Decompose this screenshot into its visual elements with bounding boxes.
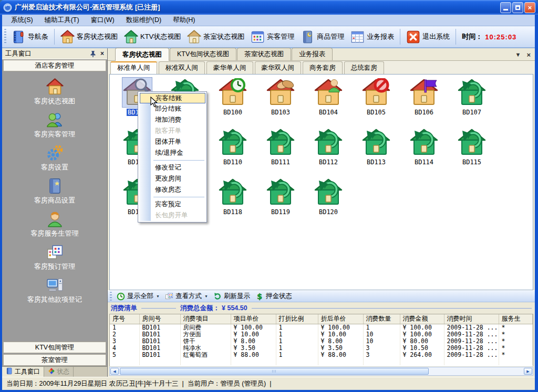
column-header-0[interactable]: 序号 bbox=[110, 314, 139, 324]
action-bar-grip[interactable] bbox=[110, 292, 112, 301]
sidebar-item-6[interactable]: 客房其他款项登记 bbox=[2, 277, 107, 310]
sidebar-section-tea[interactable]: 茶室管理 bbox=[3, 354, 106, 366]
room-BD120[interactable]: BD120 bbox=[306, 177, 350, 216]
toolbar-button-7[interactable]: 退出系统 bbox=[403, 29, 453, 45]
room-BD114[interactable]: BD114 bbox=[402, 128, 446, 166]
column-header-4[interactable]: 打折比例 bbox=[276, 314, 318, 324]
room-BD112[interactable]: BD112 bbox=[306, 128, 350, 166]
sidebar-item-3[interactable]: 客房商品设置 bbox=[2, 177, 107, 210]
column-header-5[interactable]: 折后单价 bbox=[318, 314, 363, 324]
sidebar-section-ktv[interactable]: KTV包间管理 bbox=[3, 342, 106, 353]
toolbar-buttons: 导航条客房状态视图KTV状态视图茶室状态视图宾客管理商品管理业务报表退出系统 bbox=[8, 26, 459, 47]
maximize-button[interactable] bbox=[512, 2, 523, 13]
sidebar-tab-0[interactable]: 工具窗口 bbox=[2, 367, 44, 377]
sidebar-item-1[interactable]: 客房宾客管理 bbox=[2, 111, 107, 144]
dropdown-caret-icon[interactable]: ▼ bbox=[204, 294, 208, 298]
sidebar-item-4[interactable]: 客房服务生管理 bbox=[2, 210, 107, 243]
sidebar-item-2[interactable]: 客房设置 bbox=[2, 144, 107, 177]
table-row-1[interactable]: 2BD101方便面¥ 10.001¥ 10.0010¥ 100.002009-1… bbox=[110, 331, 533, 338]
toolbar-grip[interactable] bbox=[4, 29, 6, 45]
context-menu-item-7[interactable]: 更改房间 bbox=[152, 173, 205, 184]
horizontal-scrollbar[interactable]: ◀ ▶ bbox=[109, 367, 533, 376]
room-BD118[interactable]: BD118 bbox=[211, 177, 255, 216]
consumption-list-title: 消费清单 bbox=[111, 304, 137, 313]
room-BD119[interactable]: BD119 bbox=[258, 177, 303, 216]
consumption-table[interactable]: 序号房间号消费项目项目单价打折比例折后单价消费数量消费金额消费时间服务生 1BD… bbox=[110, 314, 533, 365]
scroll-right-icon[interactable]: ▶ bbox=[524, 368, 532, 375]
close-button[interactable]: × bbox=[524, 2, 535, 13]
room-BD104[interactable]: BD104 bbox=[306, 78, 350, 116]
menu-item-0[interactable]: 系统(S) bbox=[5, 14, 39, 26]
sidebar-item-0[interactable]: 客房状态视图 bbox=[2, 78, 107, 111]
tab-dropdown-icon[interactable]: ▼ bbox=[515, 52, 521, 58]
context-menu-item-0[interactable]: 宾客结账 bbox=[140, 93, 205, 103]
toolbar-button-6[interactable]: 业务报表 bbox=[347, 29, 397, 45]
toolbar-button-4[interactable]: 宾客管理 bbox=[247, 29, 297, 45]
room-type-tab-4[interactable]: 商务套房 bbox=[303, 61, 343, 74]
action-button-1[interactable]: 查看方式▼ bbox=[162, 291, 211, 301]
room-BD113[interactable]: BD113 bbox=[354, 128, 398, 166]
table-row-4[interactable]: 5BD101红葡萄酒¥ 88.001¥ 88.003¥ 264.002009-1… bbox=[110, 352, 533, 358]
table-row-2[interactable]: 3BD101饼干¥ 8.001¥ 8.0010¥ 80.002009-11-28… bbox=[110, 338, 533, 345]
room-type-tab-2[interactable]: 豪华单人间 bbox=[206, 61, 253, 74]
room-BD105[interactable]: BD105 bbox=[354, 78, 398, 116]
sidebar-section-hotel-rooms[interactable]: 酒店客房管理 bbox=[3, 60, 106, 71]
context-menu-item-2[interactable]: 增加消费 bbox=[152, 114, 205, 125]
main-tab-2[interactable]: 茶室状态视图 bbox=[237, 48, 291, 60]
column-header-2[interactable]: 消费项目 bbox=[180, 314, 231, 324]
menu-item-3[interactable]: 数据维护(D) bbox=[120, 14, 167, 26]
room-BD110[interactable]: BD110 bbox=[211, 128, 255, 166]
menu-item-1[interactable]: 辅助工具(T) bbox=[39, 14, 85, 26]
tab-close-icon[interactable]: × bbox=[526, 51, 531, 58]
column-header-7[interactable]: 消费金额 bbox=[400, 314, 444, 324]
table-row-0[interactable]: 1BD101房间费¥ 100.001¥ 100.001¥ 100.002009-… bbox=[110, 324, 533, 331]
pin-icon[interactable] bbox=[90, 50, 96, 57]
room-BD115[interactable]: BD115 bbox=[450, 128, 494, 166]
dropdown-caret-icon[interactable]: ▼ bbox=[156, 294, 160, 298]
room-type-tab-0[interactable]: 标准单人间 bbox=[110, 61, 157, 74]
context-menu-item-4[interactable]: 团体开单 bbox=[152, 136, 205, 147]
column-header-3[interactable]: 项目单价 bbox=[231, 314, 276, 324]
room-type-tab-5[interactable]: 总统套房 bbox=[344, 61, 384, 74]
column-header-8[interactable]: 消费时间 bbox=[444, 314, 499, 324]
room-BD103[interactable]: BD103 bbox=[258, 78, 303, 116]
room-BD107[interactable]: BD107 bbox=[450, 78, 494, 116]
scrollbar-thumb[interactable] bbox=[120, 368, 429, 375]
toolbar-button-2[interactable]: KTV状态视图 bbox=[121, 29, 184, 45]
action-button-0[interactable]: 显示全部▼ bbox=[114, 291, 162, 301]
room-type-tab-3[interactable]: 豪华双人间 bbox=[255, 61, 302, 74]
sidebar-close-icon[interactable]: × bbox=[100, 50, 104, 57]
context-menu-item-5[interactable]: 续/退押金 bbox=[152, 147, 205, 158]
column-header-9[interactable]: 服务生 bbox=[499, 314, 533, 324]
toolbar-button-0[interactable]: 导航条 bbox=[8, 29, 51, 45]
menu-item-2[interactable]: 窗口(W) bbox=[85, 14, 120, 26]
toolbar-button-5[interactable]: 商品管理 bbox=[297, 29, 347, 45]
room-BD106[interactable]: BD106 bbox=[402, 78, 446, 116]
minimize-button[interactable] bbox=[500, 2, 511, 13]
sidebar-item-label: 客房状态视图 bbox=[34, 97, 75, 106]
context-menu-item-6[interactable]: 修改登记 bbox=[152, 162, 205, 173]
action-button-label: 显示全部 bbox=[127, 292, 153, 301]
context-menu-item-1[interactable]: 部分结账 bbox=[152, 103, 205, 114]
action-button-2[interactable]: 刷新显示 bbox=[211, 291, 253, 301]
room-type-tab-1[interactable]: 标准双人间 bbox=[159, 61, 205, 74]
scroll-left-icon[interactable]: ◀ bbox=[110, 368, 119, 375]
action-button-3[interactable]: $押金状态 bbox=[253, 291, 295, 301]
menu-item-4[interactable]: 帮助(H) bbox=[167, 14, 201, 26]
room-icon-vacant bbox=[457, 78, 487, 107]
sidebar-tab-1[interactable]: 状态 bbox=[44, 367, 74, 377]
toolbar-button-1[interactable]: 客房状态视图 bbox=[57, 29, 121, 45]
main-tab-0[interactable]: 客房状态视图 bbox=[115, 48, 169, 61]
column-header-1[interactable]: 房间号 bbox=[139, 314, 180, 324]
main-tab-3[interactable]: 业务报表 bbox=[292, 48, 333, 60]
title-bar[interactable]: 广州爱启迪技术有限公司-酒店管理系统 [已注册] × bbox=[0, 0, 538, 15]
room-BD111[interactable]: BD111 bbox=[258, 128, 303, 166]
context-menu-item-9[interactable]: 宾客预定 bbox=[152, 199, 205, 210]
toolbar-button-3[interactable]: 茶室状态视图 bbox=[184, 29, 247, 45]
main-tab-1[interactable]: KTV包间状态视图 bbox=[170, 48, 236, 60]
table-row-3[interactable]: 4BD101纯净水¥ 3.501¥ 3.503¥ 10.502009-11-28… bbox=[110, 345, 533, 352]
room-BD100[interactable]: BD100 bbox=[211, 78, 255, 116]
column-header-6[interactable]: 消费数量 bbox=[363, 314, 400, 324]
context-menu-item-8[interactable]: 修改房态 bbox=[152, 184, 205, 195]
sidebar-item-5[interactable]: 客房预订管理 bbox=[2, 243, 107, 277]
